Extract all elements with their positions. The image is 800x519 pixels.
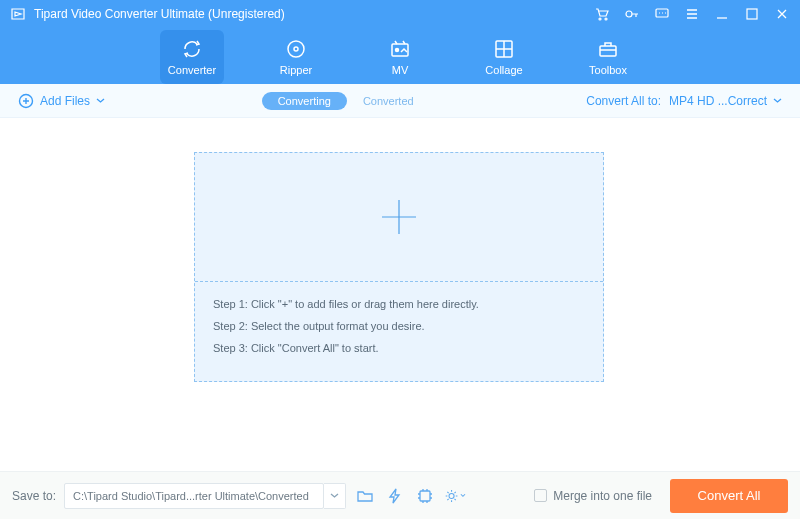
svg-point-6 — [294, 47, 298, 51]
add-plus-button[interactable] — [195, 153, 603, 281]
tab-ripper[interactable]: Ripper — [264, 30, 328, 84]
save-path-dropdown[interactable] — [324, 483, 346, 509]
tab-toolbox[interactable]: Toolbox — [576, 30, 640, 84]
close-icon[interactable] — [774, 6, 790, 22]
tab-label: Toolbox — [589, 64, 627, 76]
menu-icon[interactable] — [684, 6, 700, 22]
top-nav: Converter Ripper MV Collage Toolbox — [0, 28, 800, 84]
drop-zone[interactable]: Step 1: Click "+" to add files or drag t… — [194, 152, 604, 382]
add-files-button[interactable]: Add Files — [18, 93, 105, 109]
convert-all-to-label: Convert All to: — [586, 94, 661, 108]
chevron-down-icon — [330, 491, 339, 500]
main-area: Step 1: Click "+" to add files or drag t… — [0, 118, 800, 471]
tab-label: Collage — [485, 64, 522, 76]
toolbox-icon — [597, 38, 619, 60]
key-icon[interactable] — [624, 6, 640, 22]
bottom-bar: Save to: C:\Tipard Studio\Tipard...rter … — [0, 471, 800, 519]
app-title: Tipard Video Converter Ultimate (Unregis… — [34, 7, 285, 21]
converter-icon — [181, 38, 203, 60]
minimize-icon[interactable] — [714, 6, 730, 22]
svg-point-2 — [626, 11, 632, 17]
merge-checkbox[interactable]: Merge into one file — [534, 489, 652, 503]
save-path-field[interactable]: C:\Tipard Studio\Tipard...rter Ultimate\… — [64, 483, 324, 509]
plus-icon — [376, 194, 422, 240]
titlebar: Tipard Video Converter Ultimate (Unregis… — [0, 0, 800, 28]
step-3: Step 3: Click "Convert All" to start. — [213, 337, 585, 359]
svg-point-1 — [605, 18, 607, 20]
tab-converting[interactable]: Converting — [262, 92, 347, 110]
mv-icon — [389, 38, 411, 60]
step-2: Step 2: Select the output format you des… — [213, 315, 585, 337]
convert-all-button[interactable]: Convert All — [670, 479, 788, 513]
sub-toolbar: Add Files Converting Converted Convert A… — [0, 84, 800, 118]
format-value: MP4 HD ...Correct — [669, 94, 767, 108]
tab-label: Ripper — [280, 64, 312, 76]
tab-collage[interactable]: Collage — [472, 30, 536, 84]
settings-icon[interactable] — [444, 485, 466, 507]
chevron-down-icon — [460, 492, 466, 499]
feedback-icon[interactable] — [654, 6, 670, 22]
dropzone-divider — [195, 281, 603, 282]
svg-point-5 — [288, 41, 304, 57]
output-format-dropdown[interactable]: MP4 HD ...Correct — [669, 94, 782, 108]
chevron-down-icon — [96, 96, 105, 105]
svg-point-8 — [396, 49, 399, 52]
merge-label: Merge into one file — [553, 489, 652, 503]
gpu-accel-icon[interactable] — [414, 485, 436, 507]
save-to-label: Save to: — [12, 489, 56, 503]
svg-rect-12 — [420, 491, 430, 501]
chevron-down-icon — [773, 96, 782, 105]
tab-label: MV — [392, 64, 409, 76]
cart-icon[interactable] — [594, 6, 610, 22]
svg-rect-10 — [600, 46, 616, 56]
tab-label: Converter — [168, 64, 216, 76]
instruction-steps: Step 1: Click "+" to add files or drag t… — [213, 293, 585, 359]
step-1: Step 1: Click "+" to add files or drag t… — [213, 293, 585, 315]
add-files-label: Add Files — [40, 94, 90, 108]
app-logo-icon — [10, 6, 26, 22]
checkbox-icon — [534, 489, 547, 502]
tab-mv[interactable]: MV — [368, 30, 432, 84]
open-folder-icon[interactable] — [354, 485, 376, 507]
collage-icon — [493, 38, 515, 60]
ripper-icon — [285, 38, 307, 60]
maximize-icon[interactable] — [744, 6, 760, 22]
svg-point-0 — [599, 18, 601, 20]
tab-converter[interactable]: Converter — [160, 30, 224, 84]
tab-converted[interactable]: Converted — [347, 92, 430, 110]
svg-point-13 — [449, 493, 454, 498]
high-speed-icon[interactable] — [384, 485, 406, 507]
svg-rect-4 — [747, 9, 757, 19]
